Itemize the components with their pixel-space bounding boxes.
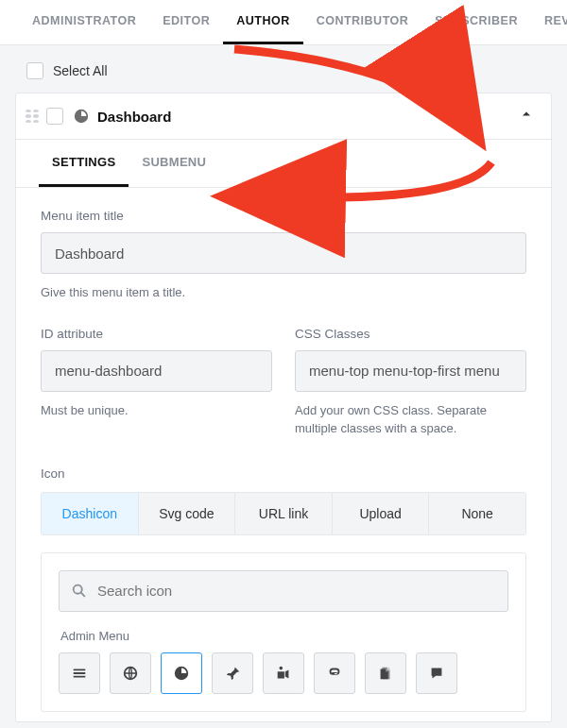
icon-grid	[59, 652, 508, 694]
icon-search-input[interactable]	[97, 583, 496, 599]
icon-option-pages[interactable]	[365, 652, 406, 694]
icon-option-links[interactable]	[314, 652, 355, 694]
css-hint: Add your own CSS class. Separate multipl…	[295, 401, 526, 438]
id-input[interactable]	[41, 350, 272, 392]
icon-picker-panel: Admin Menu	[41, 552, 526, 712]
icon-section-label: Icon	[41, 466, 526, 481]
search-icon	[71, 583, 88, 600]
comment-icon	[428, 665, 445, 682]
select-all-checkbox[interactable]	[26, 62, 43, 79]
icon-tab-svg[interactable]: Svg code	[139, 493, 236, 534]
chevron-up-icon	[519, 107, 534, 122]
title-input[interactable]	[41, 232, 526, 274]
icon-option-site[interactable]	[110, 652, 151, 694]
settings-panel: Menu item title Give this menu item a ti…	[16, 188, 551, 721]
menu-item-card: Dashboard SETTINGS SUBMENU Menu item tit…	[15, 93, 552, 722]
id-hint: Must be unique.	[41, 401, 272, 420]
title-hint: Give this menu item a title.	[41, 283, 526, 302]
role-tab-administrator[interactable]: ADMINISTRATOR	[19, 0, 149, 44]
icon-option-comments[interactable]	[416, 652, 457, 694]
select-all-label: Select All	[53, 63, 108, 78]
icon-tab-dashicon[interactable]: Dashicon	[42, 493, 139, 534]
icon-tab-none[interactable]: None	[429, 493, 525, 534]
icon-search-wrap	[59, 570, 508, 612]
dashboard-icon	[173, 665, 190, 682]
css-label: CSS Classes	[295, 327, 526, 341]
tab-submenu[interactable]: SUBMENU	[129, 140, 219, 187]
icon-tab-upload[interactable]: Upload	[333, 493, 430, 534]
tab-settings[interactable]: SETTINGS	[39, 140, 129, 187]
icon-option-dashboard[interactable]	[161, 652, 202, 694]
icon-option-menu[interactable]	[59, 652, 100, 694]
icon-option-media[interactable]	[263, 652, 304, 694]
drag-handle-icon[interactable]	[26, 110, 39, 123]
media-icon	[275, 665, 292, 682]
item-checkbox[interactable]	[46, 108, 63, 125]
select-all-row: Select All	[0, 45, 567, 93]
pin-icon	[224, 665, 241, 682]
card-header: Dashboard	[16, 93, 551, 140]
icon-option-post[interactable]	[212, 652, 253, 694]
icon-type-tabs: Dashicon Svg code URL link Upload None	[41, 492, 526, 535]
role-tab-revisor[interactable]: REVISOR	[531, 0, 567, 44]
site-icon	[122, 665, 139, 682]
role-tab-editor[interactable]: EDITOR	[149, 0, 223, 44]
id-label: ID attribute	[41, 327, 272, 341]
icon-category-label: Admin Menu	[60, 629, 508, 643]
dashboard-icon	[73, 108, 90, 125]
menu-icon	[71, 665, 88, 682]
inner-tabs: SETTINGS SUBMENU	[16, 140, 551, 188]
card-title: Dashboard	[97, 109, 171, 125]
role-tab-subscriber[interactable]: SUBSCRIBER	[421, 0, 531, 44]
collapse-toggle[interactable]	[519, 107, 534, 126]
role-tabs: ADMINISTRATOR EDITOR AUTHOR CONTRIBUTOR …	[0, 0, 567, 45]
title-label: Menu item title	[41, 209, 526, 223]
role-tab-author[interactable]: AUTHOR	[223, 0, 302, 44]
css-input[interactable]	[295, 350, 526, 392]
icon-tab-url[interactable]: URL link	[235, 493, 333, 534]
link-icon	[326, 665, 343, 682]
role-tab-contributor[interactable]: CONTRIBUTOR	[303, 0, 422, 44]
page-icon	[377, 665, 394, 682]
